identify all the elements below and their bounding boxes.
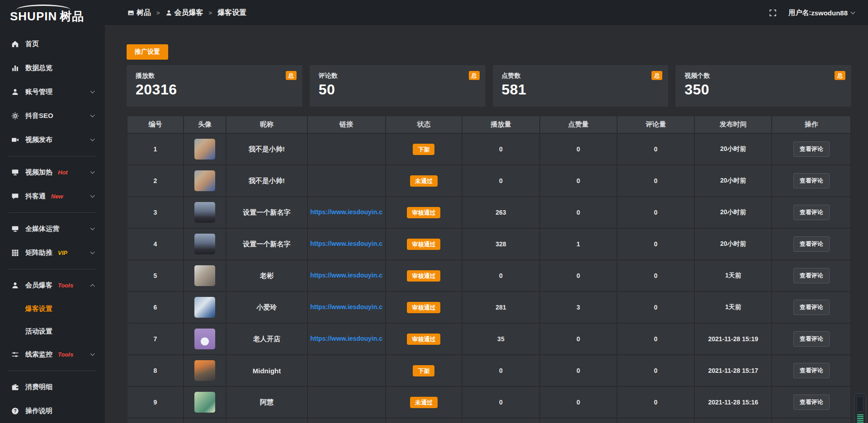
- view-comments-button[interactable]: 查看评论: [793, 236, 830, 252]
- breadcrumb-item[interactable]: 爆客设置: [217, 8, 246, 18]
- cell-time: 20小时前: [694, 165, 772, 197]
- video-link[interactable]: https://www.iesdouyin.c: [310, 272, 382, 279]
- promo-settings-button[interactable]: 推广设置: [127, 44, 168, 60]
- cell-nickname: 老彬: [226, 260, 307, 291]
- cell-id: 4: [127, 228, 184, 260]
- floating-widget[interactable]: [854, 393, 866, 423]
- view-comments-button[interactable]: 查看评论: [793, 205, 830, 220]
- sidebar-item[interactable]: 线索监控 Tools: [0, 343, 105, 367]
- stat-value: 50: [319, 81, 476, 98]
- avatar: [194, 234, 215, 254]
- stat-value: 350: [684, 81, 842, 98]
- status-badge: 未通过: [410, 175, 438, 187]
- brand-logo[interactable]: SHUPIN树品: [0, 0, 105, 26]
- cell-time: 20小时前: [694, 197, 772, 228]
- view-comments-button[interactable]: 查看评论: [793, 173, 830, 188]
- column-header: 发布时间: [694, 116, 772, 133]
- video-link[interactable]: https://www.iesdouyin.c: [310, 240, 382, 247]
- column-header: 昵称: [226, 116, 307, 133]
- status-badge: 未通过: [410, 397, 438, 408]
- avatar: [194, 360, 215, 381]
- column-header: 链接: [307, 116, 386, 133]
- cell-plays: 35: [462, 323, 539, 355]
- sidebar-item[interactable]: 矩阵助推 VIP: [0, 241, 105, 265]
- column-header: 头像: [184, 116, 226, 133]
- sidebar-subitem[interactable]: 爆客设置: [0, 297, 105, 320]
- topbar: 树品>会员爆客>爆客设置 用户名: zswodun88: [105, 0, 868, 26]
- cell-nickname: 小爱玲: [226, 291, 307, 323]
- cell-id: 6: [127, 291, 184, 323]
- cell-plays: 0: [462, 165, 539, 197]
- status-badge: 下架: [413, 365, 434, 376]
- sidebar-item[interactable]: ? 操作说明: [0, 399, 105, 423]
- video-link[interactable]: https://www.iesdouyin.c: [310, 303, 382, 310]
- cell-id: [127, 418, 184, 423]
- cell-likes: [540, 418, 617, 423]
- breadcrumb-item[interactable]: 树品: [127, 8, 151, 18]
- status-badge: 审核通过: [407, 302, 440, 313]
- view-comments-button[interactable]: 查看评论: [793, 395, 830, 410]
- status-badge: 审核通过: [407, 270, 440, 282]
- cell-nickname: 设置一个新名字: [226, 228, 307, 260]
- sidebar-item[interactable]: 视频发布: [0, 128, 105, 152]
- table-row: 4 设置一个新名字 https://www.iesdouyin.c 审核通过 3…: [127, 228, 851, 260]
- breadcrumb-item[interactable]: 会员爆客: [165, 8, 203, 18]
- svg-text:?: ?: [14, 409, 16, 414]
- cell-time: 1天前: [694, 291, 772, 323]
- cell-likes: 0: [540, 323, 617, 355]
- cell-plays: 328: [462, 228, 539, 260]
- view-comments-button[interactable]: 查看评论: [793, 141, 830, 157]
- sidebar-item[interactable]: 消费明细: [0, 375, 105, 399]
- cell-plays: 0: [462, 133, 539, 165]
- column-header: 操作: [772, 116, 851, 133]
- cell-comments: 0: [617, 197, 694, 228]
- cell-time: 2021-11-28 15:19: [694, 323, 772, 355]
- cell-likes: 0: [540, 386, 617, 418]
- sidebar-item[interactable]: 全媒体运营: [0, 217, 105, 241]
- sidebar-item[interactable]: 账号管理: [0, 80, 105, 104]
- sidebar-item[interactable]: 首页: [0, 32, 105, 56]
- view-comments-button[interactable]: 查看评论: [793, 268, 830, 283]
- avatar: [194, 202, 215, 223]
- badge-tools: Tools: [58, 351, 73, 358]
- view-comments-button[interactable]: 查看评论: [793, 331, 830, 347]
- sidebar: SHUPIN树品 首页 数据总览 账号管理 抖音SEO 视频发布 视频加热 Ho…: [0, 0, 105, 423]
- fullscreen-icon[interactable]: [769, 9, 777, 17]
- cell-plays: 0: [462, 355, 539, 386]
- user-menu[interactable]: 用户名: zswodun88: [788, 9, 854, 17]
- cell-time: 2021-11-28 15:17: [694, 355, 772, 386]
- table-row: 5 老彬 https://www.iesdouyin.c 审核通过 0 0 0 …: [127, 260, 851, 291]
- cell-comments: 0: [617, 228, 694, 260]
- sidebar-item[interactable]: 会员爆客 Tools: [0, 273, 105, 297]
- cell-likes: 1: [540, 228, 617, 260]
- chevron-down-icon: [90, 250, 95, 254]
- logo-en: SHUPIN: [10, 9, 57, 23]
- video-link[interactable]: https://www.iesdouyin.c: [310, 335, 382, 342]
- video-link[interactable]: https://www.iesdouyin.c: [310, 208, 382, 216]
- chevron-down-icon: [90, 89, 95, 94]
- table-header-row: 编号头像昵称链接状态播放量点赞量评论量发布时间操作: [127, 116, 851, 133]
- avatar: [194, 329, 215, 349]
- sidebar-subitem[interactable]: 活动设置: [0, 320, 105, 343]
- chat-icon: [11, 193, 19, 200]
- cell-id: 2: [127, 165, 184, 197]
- chevron-up-icon: [90, 284, 95, 289]
- table-row: 1 我不是小帅! 下架 0 0 0 20小时前 查看评论: [127, 133, 851, 165]
- view-comments-button[interactable]: 查看评论: [793, 363, 830, 378]
- app-window: SHUPIN树品 首页 数据总览 账号管理 抖音SEO 视频发布 视频加热 Ho…: [0, 0, 868, 423]
- total-badge: 总: [835, 71, 845, 80]
- cell-nickname: 我不是小帅!: [226, 133, 307, 165]
- sidebar-item[interactable]: 抖客通 New: [0, 184, 105, 208]
- monitor-icon: [11, 225, 19, 233]
- cell-nickname: 我不是小帅!: [226, 165, 307, 197]
- sidebar-item[interactable]: 视频加热 Hot: [0, 160, 105, 184]
- sidebar-item[interactable]: 数据总览: [0, 56, 105, 80]
- screen-icon: [11, 169, 19, 176]
- sidebar-item[interactable]: 抖音SEO: [0, 104, 105, 128]
- stat-value: 20316: [136, 81, 293, 98]
- column-header: 播放量: [462, 116, 539, 133]
- main-content: 推广设置 总 播放数 20316 总 评论数 50 总 点赞数 581 总 视频…: [105, 26, 868, 423]
- content-table: 编号头像昵称链接状态播放量点赞量评论量发布时间操作 1 我不是小帅! 下架 0 …: [127, 115, 851, 423]
- view-comments-button[interactable]: 查看评论: [793, 300, 830, 315]
- video-camera-icon: [11, 136, 19, 144]
